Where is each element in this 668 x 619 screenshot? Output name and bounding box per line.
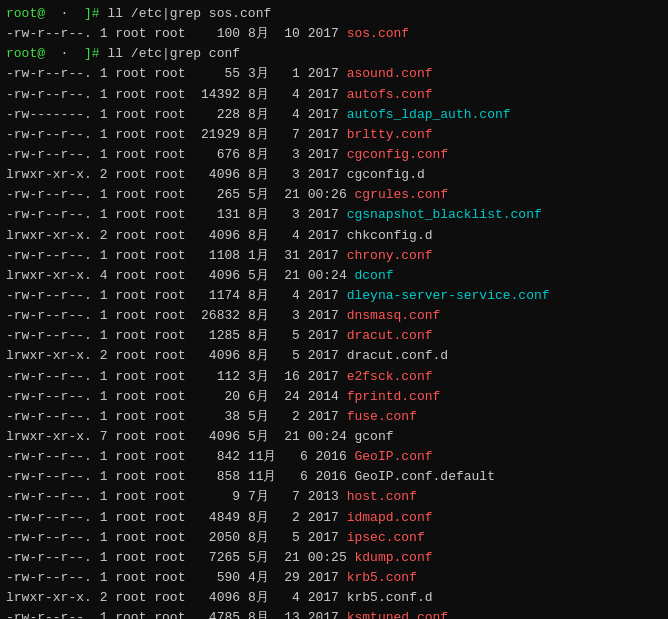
- file-day: 31: [284, 246, 307, 266]
- file-year: 2017: [308, 85, 347, 105]
- file-year: 2017: [308, 286, 347, 306]
- terminal-line: -rw-r--r--. 1 root root 112 3月 16 2017 e…: [6, 367, 662, 387]
- terminal-line: lrwxr-xr-x. 7 root root 4096 5月 21 00:24…: [6, 427, 662, 447]
- file-ext: .conf: [386, 528, 425, 548]
- file-day: 3: [284, 165, 307, 185]
- file-day: 5: [284, 326, 307, 346]
- file-name: gconf: [355, 427, 394, 447]
- file-links: 4: [92, 266, 115, 286]
- file-size: 590: [193, 568, 248, 588]
- file-size: 21929: [193, 125, 248, 145]
- file-size: 228: [193, 105, 248, 125]
- file-links: 1: [92, 548, 115, 568]
- file-perm: -rw-r--r--.: [6, 205, 92, 225]
- file-user: root: [115, 85, 154, 105]
- file-year: 2017: [308, 226, 347, 246]
- file-day: 21: [284, 266, 307, 286]
- file-name: asound: [347, 64, 394, 84]
- file-perm: -rw-r--r--.: [6, 387, 92, 407]
- terminal-line: lrwxr-xr-x. 2 root root 4096 8月 4 2017 c…: [6, 226, 662, 246]
- file-size: 4849: [193, 508, 248, 528]
- file-perm: -rw-r--r--.: [6, 467, 92, 487]
- file-size: 1108: [193, 246, 248, 266]
- file-year: 2016: [316, 467, 355, 487]
- file-ext: .conf: [378, 487, 417, 507]
- file-day: 24: [284, 387, 307, 407]
- file-perm: -rw-r--r--.: [6, 246, 92, 266]
- file-year: 2017: [308, 105, 347, 125]
- terminal-line: -rw-r--r--. 1 root root 590 4月 29 2017 k…: [6, 568, 662, 588]
- file-name: brltty: [347, 125, 394, 145]
- file-month: 8月: [248, 306, 284, 326]
- file-links: 1: [92, 528, 115, 548]
- file-year: 00:26: [308, 185, 355, 205]
- file-month: 8月: [248, 24, 284, 44]
- file-year: 2017: [308, 306, 347, 326]
- file-perm: -rw-r--r--.: [6, 185, 92, 205]
- terminal-line: -rw-r--r--. 1 root root 55 3月 1 2017 aso…: [6, 64, 662, 84]
- file-month: 8月: [248, 326, 284, 346]
- file-ext: .conf: [409, 185, 448, 205]
- terminal-line: -rw-r--r--. 1 root root 100 8月 10 2017 s…: [6, 24, 662, 44]
- file-month: 3月: [248, 64, 284, 84]
- file-group: root: [154, 185, 193, 205]
- file-group: root: [154, 145, 193, 165]
- file-user: root: [115, 387, 154, 407]
- file-name: krb5: [347, 568, 378, 588]
- file-month: 8月: [248, 528, 284, 548]
- terminal-line: -rw-r--r--. 1 root root 4849 8月 2 2017 i…: [6, 508, 662, 528]
- file-size: 131: [193, 205, 248, 225]
- file-group: root: [154, 367, 193, 387]
- file-group: root: [154, 326, 193, 346]
- file-group: root: [154, 528, 193, 548]
- file-month: 5月: [248, 548, 284, 568]
- file-year: 2017: [308, 125, 347, 145]
- file-group: root: [154, 125, 193, 145]
- terminal-line: -rw-r--r--. 1 root root 842 11月 6 2016 G…: [6, 447, 662, 467]
- file-perm: -rw-r--r--.: [6, 85, 92, 105]
- terminal-line: -rw-r--r--. 1 root root 2050 8月 5 2017 i…: [6, 528, 662, 548]
- file-links: 1: [92, 185, 115, 205]
- file-links: 1: [92, 24, 115, 44]
- file-size: 4096: [193, 427, 248, 447]
- file-user: root: [115, 246, 154, 266]
- file-name: krb5: [347, 588, 378, 608]
- file-year: 2017: [308, 326, 347, 346]
- terminal-line: -rw-------. 1 root root 228 8月 4 2017 au…: [6, 105, 662, 125]
- file-year: 00:25: [308, 548, 355, 568]
- file-day: 5: [284, 528, 307, 548]
- file-name: e2fsck: [347, 367, 394, 387]
- file-name: autofs: [347, 85, 394, 105]
- file-links: 1: [92, 205, 115, 225]
- file-year: 2017: [308, 568, 347, 588]
- file-size: 14392: [193, 85, 248, 105]
- file-size: 100: [193, 24, 248, 44]
- file-user: root: [115, 226, 154, 246]
- file-name: cgsnapshot_blacklist: [347, 205, 503, 225]
- file-size: 4096: [193, 588, 248, 608]
- file-day: 21: [284, 548, 307, 568]
- file-links: 2: [92, 226, 115, 246]
- terminal-line: lrwxr-xr-x. 4 root root 4096 5月 21 00:24…: [6, 266, 662, 286]
- file-links: 1: [92, 64, 115, 84]
- file-year: 2017: [308, 246, 347, 266]
- terminal-line: -rw-r--r--. 1 root root 676 8月 3 2017 cg…: [6, 145, 662, 165]
- file-name: GeoIP: [355, 467, 394, 487]
- file-year: 2017: [308, 528, 347, 548]
- file-user: root: [115, 367, 154, 387]
- file-name: dracut: [347, 326, 394, 346]
- file-perm: lrwxr-xr-x.: [6, 346, 92, 366]
- file-links: 2: [92, 588, 115, 608]
- file-year: 2017: [308, 588, 347, 608]
- file-month: 8月: [248, 226, 284, 246]
- file-month: 1月: [248, 246, 284, 266]
- terminal-line: -rw-r--r--. 1 root root 14392 8月 4 2017 …: [6, 85, 662, 105]
- file-user: root: [115, 608, 154, 619]
- file-user: root: [115, 467, 154, 487]
- file-links: 1: [92, 487, 115, 507]
- file-size: 26832: [193, 306, 248, 326]
- file-links: 1: [92, 568, 115, 588]
- file-ext: .conf: [378, 407, 417, 427]
- file-day: 4: [284, 286, 307, 306]
- file-size: 20: [193, 387, 248, 407]
